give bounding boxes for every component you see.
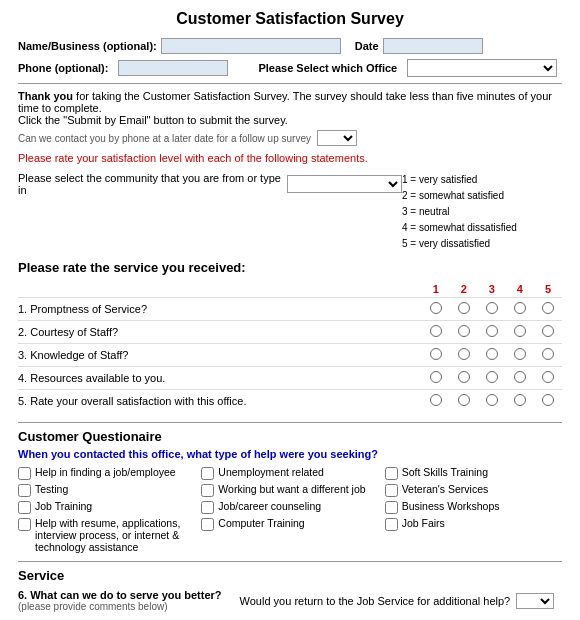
checkbox-3[interactable] (18, 484, 31, 497)
service-row-label-1: 1. Promptness of Service? (18, 298, 422, 321)
community-select[interactable] (287, 175, 402, 193)
checkbox-item-11[interactable]: Job Fairs (385, 517, 562, 553)
col-5: 5 (534, 281, 562, 298)
scale-item-3: 3 = neutral (402, 204, 562, 220)
service-title: Service (18, 568, 562, 583)
checkbox-label-3: Testing (35, 483, 68, 495)
service-radio-2-4[interactable] (506, 321, 534, 344)
checkbox-5[interactable] (385, 484, 398, 497)
service-radio-3-3[interactable] (478, 344, 506, 367)
checkbox-8[interactable] (385, 501, 398, 514)
checkbox-label-9: Help with resume, applications, intervie… (35, 517, 195, 553)
checkbox-11[interactable] (385, 518, 398, 531)
service-radio-1-2[interactable] (450, 298, 478, 321)
service-radio-4-1[interactable] (422, 367, 450, 390)
col-1: 1 (422, 281, 450, 298)
checkbox-4[interactable] (201, 484, 214, 497)
scale-item-1: 1 = very satisfied (402, 172, 562, 188)
phone-input[interactable] (118, 60, 228, 76)
scale-item-2: 2 = somewhat satisfied (402, 188, 562, 204)
scale-item-5: 5 = very dissatisfied (402, 236, 562, 252)
service-radio-5-4[interactable] (506, 390, 534, 413)
checkbox-label-5: Veteran's Services (402, 483, 489, 495)
checkbox-item-6[interactable]: Job Training (18, 500, 195, 514)
return-select[interactable]: Yes No (516, 593, 554, 609)
service-sub: (please provide comments below) (18, 601, 222, 612)
survey-title: Customer Satisfaction Survey (18, 10, 562, 28)
service-section-title: Please rate the service you received: (18, 260, 562, 275)
checkbox-9[interactable] (18, 518, 31, 531)
service-radio-5-5[interactable] (534, 390, 562, 413)
col-2: 2 (450, 281, 478, 298)
checkbox-item-4[interactable]: Working but want a different job (201, 483, 378, 497)
thank-you-body: for taking the Customer Satisfaction Sur… (18, 90, 552, 114)
checkbox-6[interactable] (18, 501, 31, 514)
date-label: Date (355, 40, 379, 52)
service-radio-1-5[interactable] (534, 298, 562, 321)
service-radio-4-4[interactable] (506, 367, 534, 390)
service-radio-1-1[interactable] (422, 298, 450, 321)
checkbox-label-2: Soft Skills Training (402, 466, 488, 478)
checkbox-item-8[interactable]: Business Workshops (385, 500, 562, 514)
service-radio-2-2[interactable] (450, 321, 478, 344)
service-radio-1-3[interactable] (478, 298, 506, 321)
questionaire-title: Customer Questionaire (18, 429, 562, 444)
checkbox-item-0[interactable]: Help in finding a job/employee (18, 466, 195, 480)
service-radio-4-2[interactable] (450, 367, 478, 390)
service-radio-2-1[interactable] (422, 321, 450, 344)
checkbox-10[interactable] (201, 518, 214, 531)
checkbox-1[interactable] (201, 467, 214, 480)
service-rating-table: 1 2 3 4 5 1. Promptness of Service?2. Co… (18, 281, 562, 412)
name-input[interactable] (161, 38, 341, 54)
checkbox-grid: Help in finding a job/employeeUnemployme… (18, 466, 562, 553)
service-radio-3-4[interactable] (506, 344, 534, 367)
seeking-question: When you contacted this office, what typ… (18, 448, 562, 460)
checkbox-item-9[interactable]: Help with resume, applications, intervie… (18, 517, 195, 553)
phone-label: Phone (optional): (18, 62, 108, 74)
rate-instructions: Please rate your satisfaction level with… (18, 152, 562, 164)
date-input[interactable] (383, 38, 483, 54)
name-label: Name/Business (optional): (18, 40, 157, 52)
checkbox-item-2[interactable]: Soft Skills Training (385, 466, 562, 480)
col-3: 3 (478, 281, 506, 298)
return-question: Would you return to the Job Service for … (240, 595, 511, 607)
col-4: 4 (506, 281, 534, 298)
service-radio-2-5[interactable] (534, 321, 562, 344)
service-radio-1-4[interactable] (506, 298, 534, 321)
service-radio-4-3[interactable] (478, 367, 506, 390)
checkbox-7[interactable] (201, 501, 214, 514)
service-row-label-3: 3. Knowledge of Staff? (18, 344, 422, 367)
service-radio-3-1[interactable] (422, 344, 450, 367)
checkbox-label-0: Help in finding a job/employee (35, 466, 176, 478)
col-label (18, 281, 422, 298)
checkbox-0[interactable] (18, 467, 31, 480)
service-row-label-4: 4. Resources available to you. (18, 367, 422, 390)
service-question: 6. What can we do to serve you better? (18, 589, 222, 601)
service-radio-5-2[interactable] (450, 390, 478, 413)
service-radio-4-5[interactable] (534, 367, 562, 390)
office-label: Please Select which Office (258, 62, 397, 74)
contact-select[interactable]: Yes No (317, 130, 357, 146)
checkbox-label-10: Computer Training (218, 517, 304, 529)
contact-text: Can we contact you by phone at a later d… (18, 133, 311, 144)
checkbox-item-1[interactable]: Unemployment related (201, 466, 378, 480)
office-select[interactable] (407, 59, 557, 77)
checkbox-item-10[interactable]: Computer Training (201, 517, 378, 553)
checkbox-label-8: Business Workshops (402, 500, 500, 512)
thank-you-bold: Thank you (18, 90, 73, 102)
service-radio-3-2[interactable] (450, 344, 478, 367)
service-row-label-2: 2. Courtesy of Staff? (18, 321, 422, 344)
service-radio-3-5[interactable] (534, 344, 562, 367)
checkbox-item-3[interactable]: Testing (18, 483, 195, 497)
checkbox-item-5[interactable]: Veteran's Services (385, 483, 562, 497)
service-radio-5-1[interactable] (422, 390, 450, 413)
checkbox-label-4: Working but want a different job (218, 483, 365, 495)
scale-legend: 1 = very satisfied 2 = somewhat satisfie… (402, 172, 562, 252)
checkbox-item-7[interactable]: Job/career counseling (201, 500, 378, 514)
service-radio-2-3[interactable] (478, 321, 506, 344)
checkbox-label-1: Unemployment related (218, 466, 324, 478)
service-row-label-5: 5. Rate your overall satisfaction with t… (18, 390, 422, 413)
checkbox-2[interactable] (385, 467, 398, 480)
community-label: Please select the community that you are… (18, 172, 281, 196)
service-radio-5-3[interactable] (478, 390, 506, 413)
